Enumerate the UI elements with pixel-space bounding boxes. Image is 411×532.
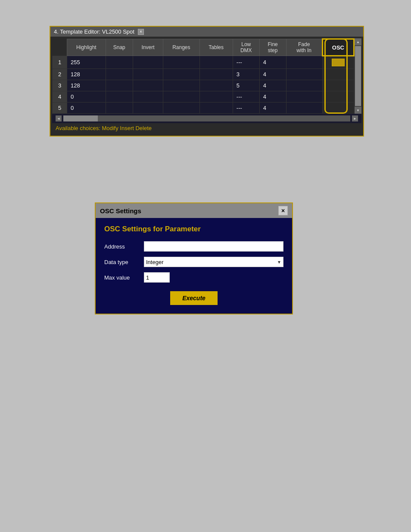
row5-finestep: 4 [259,103,286,114]
row1-invert [133,56,163,69]
table-row: 5 0 --- 4 [53,103,354,114]
row1-tables [199,56,233,69]
col-header-lowdmx: LowDMX [233,39,259,56]
row5-fadewith [286,103,322,114]
avail-choices-text: Available choices: Modify Insert Delete [56,125,152,131]
row3-snap [106,80,133,91]
col-header-osc: OSC [322,39,354,56]
horizontal-scrollbar[interactable] [63,115,350,121]
row5-snap [106,103,133,114]
col-header-invert: Invert [133,39,163,56]
row3-ranges [163,80,199,91]
row4-ranges [163,91,199,103]
row5-invert [133,103,163,114]
datatype-select[interactable]: Integer ▼ [144,257,283,267]
row3-osc [322,80,354,91]
maxvalue-label: Max value [104,274,139,281]
datatype-label: Data type [104,259,139,265]
row5-tables [199,103,233,114]
row3-finestep: 4 [259,80,286,91]
scroll-left-btn[interactable]: ◄ [56,115,62,121]
row4-tables [199,91,233,103]
row4-finestep: 4 [259,91,286,103]
row-num-3: 3 [53,80,67,91]
address-input[interactable] [144,241,283,252]
row-num-5: 5 [53,103,67,114]
row2-fadewith [286,69,322,80]
table-row: 1 255 --- 4 [53,56,354,69]
address-row: Address [104,241,283,252]
row3-fadewith [286,80,322,91]
col-header-fadewith: Fadewith In [286,39,322,56]
row4-snap [106,91,133,103]
row2-tables [199,69,233,80]
maxvalue-row: Max value [104,272,283,283]
row5-osc [322,103,354,114]
table-row: 2 128 3 4 [53,69,354,80]
row5-lowdmx: --- [233,103,259,114]
row1-fadewith [286,56,322,69]
address-label: Address [104,243,139,250]
maxvalue-input[interactable] [144,272,170,283]
scroll-right-btn[interactable]: ► [352,115,358,121]
row2-lowdmx: 3 [233,69,259,80]
row-num-4: 4 [53,91,67,103]
row2-highlight: 128 [67,69,106,80]
row-num-2: 2 [53,69,67,80]
table-with-scrollbar: Highlight Snap Invert Ranges Tables LowD… [52,38,361,114]
row3-invert [133,80,163,91]
row4-fadewith [286,91,322,103]
row5-ranges [163,103,199,114]
row4-lowdmx: --- [233,91,259,103]
row2-finestep: 4 [259,69,286,80]
row2-osc [322,69,354,80]
template-editor-close-btn[interactable]: × [138,29,144,35]
table-row: 3 128 5 4 [53,80,354,91]
scroll-thumb[interactable] [355,46,361,106]
osc-dialog-titlebar: OSC Settings × [96,203,292,218]
row1-finestep: 4 [259,56,286,69]
template-editor-title: 4. Template Editor: VL2500 Spot [54,28,134,35]
col-header-tables: Tables [199,39,233,56]
row4-invert [133,91,163,103]
scroll-up-btn[interactable]: ▲ [355,38,361,45]
osc-dialog-title: OSC Settings [100,207,141,215]
row1-ranges [163,56,199,69]
datatype-row: Data type Integer ▼ [104,257,283,267]
row2-snap [106,69,133,80]
available-choices: Available choices: Modify Insert Delete [52,123,361,134]
row3-highlight: 128 [67,80,106,91]
row2-invert [133,69,163,80]
row1-highlight: 255 [67,56,106,69]
vertical-scrollbar[interactable]: ▲ ▼ [355,38,361,114]
osc-indicator-1 [332,59,345,66]
table-row: 4 0 --- 4 [53,91,354,103]
row4-highlight: 0 [67,91,106,103]
row1-snap [106,56,133,69]
row-num-1: 1 [53,56,67,69]
datatype-value: Integer [146,259,163,265]
col-header-ranges: Ranges [163,39,199,56]
dropdown-arrow-icon: ▼ [277,260,281,264]
execute-btn[interactable]: Execute [170,291,218,305]
template-table: Highlight Snap Invert Ranges Tables LowD… [52,38,355,114]
row4-osc [322,91,354,103]
h-scroll-thumb [63,115,98,121]
col-header-finestep: Finestep [259,39,286,56]
osc-dialog-body: OSC Settings for Parameter Address Data … [96,218,292,314]
template-editor-window: 4. Template Editor: VL2500 Spot × Highli… [50,26,364,137]
template-footer: ◄ ► [52,114,361,123]
row5-highlight: 0 [67,103,106,114]
col-header-highlight: Highlight [67,39,106,56]
scroll-down-btn[interactable]: ▼ [355,107,361,114]
execute-row: Execute [104,291,283,305]
template-editor-titlebar: 4. Template Editor: VL2500 Spot × [50,27,363,37]
template-table-wrapper: Highlight Snap Invert Ranges Tables LowD… [50,37,363,136]
osc-dialog-close-btn[interactable]: × [278,206,288,215]
row2-ranges [163,69,199,80]
row1-osc [322,56,354,69]
osc-for-param-title: OSC Settings for Parameter [104,225,283,233]
col-header-snap: Snap [106,39,133,56]
row3-lowdmx: 5 [233,80,259,91]
osc-settings-dialog: OSC Settings × OSC Settings for Paramete… [95,202,293,314]
